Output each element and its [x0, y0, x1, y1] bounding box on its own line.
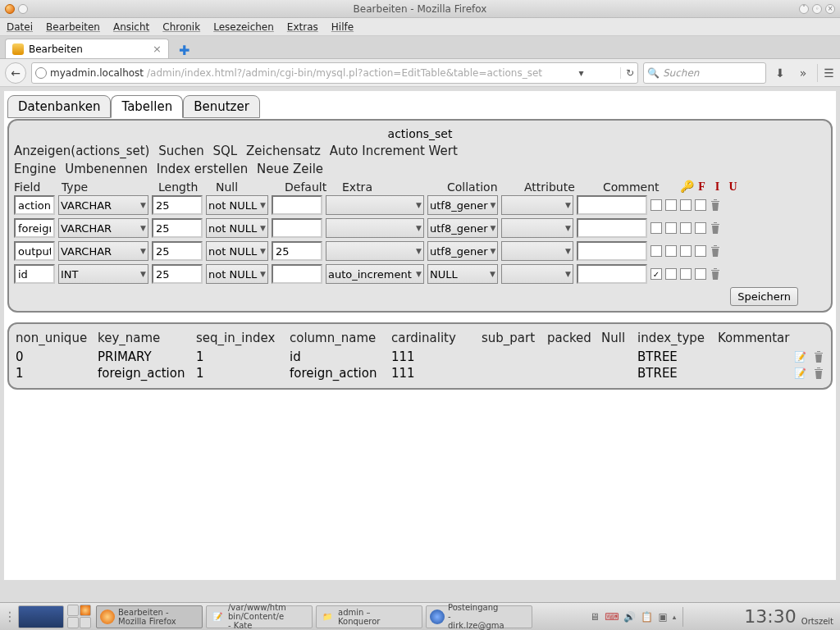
- primary-key-checkbox[interactable]: [651, 245, 662, 257]
- delete-row-icon[interactable]: [710, 244, 721, 258]
- link-zeichensatz[interactable]: Zeichensatz: [246, 144, 321, 158]
- attribute-select[interactable]: ▼: [501, 264, 573, 284]
- extra-select[interactable]: ▼: [326, 241, 424, 261]
- task-konqueror[interactable]: 📁 admin – Konqueror: [316, 605, 422, 628]
- unique-checkbox[interactable]: [695, 268, 706, 280]
- index-checkbox[interactable]: [680, 245, 692, 257]
- desktop-pager[interactable]: [18, 605, 64, 628]
- collation-select[interactable]: utf8_gener▼: [427, 195, 498, 215]
- edit-index-icon[interactable]: 📝: [794, 368, 806, 379]
- window-minimize-icon[interactable]: ˅: [799, 4, 809, 14]
- downloads-icon[interactable]: ⬇: [771, 64, 789, 82]
- url-bar[interactable]: myadmin.localhost/admin/index.html?/admi…: [31, 62, 638, 84]
- tab-close-icon[interactable]: ×: [153, 43, 162, 55]
- ql-icon-3[interactable]: [67, 617, 79, 628]
- length-input[interactable]: [152, 264, 203, 284]
- extra-select[interactable]: ▼: [326, 195, 424, 215]
- delete-index-icon[interactable]: [813, 350, 824, 363]
- field-name-input[interactable]: [14, 195, 55, 215]
- extra-select[interactable]: auto_increment▼: [326, 264, 424, 284]
- menu-datei[interactable]: Datei: [7, 21, 33, 33]
- null-select[interactable]: not NULL▼: [206, 264, 268, 284]
- tab-datenbanken[interactable]: Datenbanken: [7, 95, 111, 118]
- ql-firefox-icon[interactable]: [80, 605, 91, 616]
- back-button[interactable]: ←: [5, 62, 26, 84]
- fulltext-checkbox[interactable]: [665, 268, 677, 280]
- window-maximize-icon[interactable]: ◦: [812, 4, 822, 14]
- tray-icon-5[interactable]: ▣: [658, 611, 667, 623]
- search-box[interactable]: 🔍 Suchen: [643, 62, 766, 84]
- new-tab-button[interactable]: ✚: [174, 43, 194, 58]
- extra-select[interactable]: ▼: [326, 218, 424, 238]
- delete-row-icon[interactable]: [710, 221, 721, 235]
- comment-input[interactable]: [577, 264, 647, 284]
- tray-icon-4[interactable]: 📋: [641, 611, 653, 623]
- field-name-input[interactable]: [14, 264, 55, 284]
- overflow-icon[interactable]: »: [794, 64, 812, 82]
- attribute-select[interactable]: ▼: [501, 241, 573, 261]
- length-input[interactable]: [152, 218, 203, 238]
- menu-extras[interactable]: Extras: [287, 21, 318, 33]
- null-select[interactable]: not NULL▼: [206, 241, 268, 261]
- length-input[interactable]: [152, 241, 203, 261]
- tray-icon-1[interactable]: 🖥: [590, 611, 600, 623]
- link-engine[interactable]: Engine: [14, 162, 56, 176]
- tray-keyboard-icon[interactable]: ⌨: [605, 611, 619, 623]
- menu-lesezeichen[interactable]: Lesezeichen: [213, 21, 274, 33]
- default-input[interactable]: [272, 218, 322, 238]
- primary-key-checkbox[interactable]: [651, 199, 662, 211]
- menu-chronik[interactable]: Chronik: [162, 21, 200, 33]
- tray-expand-icon[interactable]: ▴: [673, 613, 677, 621]
- taskbar-clock[interactable]: 13:30 Ortszeit: [744, 608, 837, 626]
- link-autoincrement[interactable]: Auto Increment Wert: [330, 144, 458, 158]
- default-input[interactable]: [272, 195, 322, 215]
- null-select[interactable]: not NULL▼: [206, 218, 268, 238]
- primary-key-checkbox[interactable]: [651, 222, 662, 234]
- type-select[interactable]: INT▼: [58, 264, 148, 284]
- task-thunderbird[interactable]: Posteingang - dirk.lze@gma: [426, 605, 532, 628]
- default-input[interactable]: [272, 241, 322, 261]
- attribute-select[interactable]: ▼: [501, 218, 573, 238]
- fulltext-checkbox[interactable]: [665, 245, 677, 257]
- field-name-input[interactable]: [14, 218, 55, 238]
- browser-tab[interactable]: Bearbeiten ×: [5, 39, 169, 58]
- menu-bearbeiten[interactable]: Bearbeiten: [46, 21, 100, 33]
- tab-tabellen[interactable]: Tabellen: [111, 95, 183, 118]
- collation-select[interactable]: utf8_gener▼: [427, 218, 498, 238]
- save-button[interactable]: Speichern: [730, 287, 798, 306]
- taskbar-grip-icon[interactable]: ⋮: [3, 609, 15, 624]
- delete-row-icon[interactable]: [710, 267, 721, 281]
- link-sql[interactable]: SQL: [213, 144, 238, 158]
- null-select[interactable]: not NULL▼: [206, 195, 268, 215]
- unique-checkbox[interactable]: [695, 245, 706, 257]
- reload-icon[interactable]: ↻: [620, 67, 634, 79]
- comment-input[interactable]: [577, 241, 647, 261]
- index-checkbox[interactable]: [680, 268, 692, 280]
- tray-volume-icon[interactable]: 🔊: [623, 611, 636, 623]
- index-checkbox[interactable]: [680, 199, 692, 211]
- link-suchen[interactable]: Suchen: [158, 144, 204, 158]
- comment-input[interactable]: [577, 195, 647, 215]
- type-select[interactable]: VARCHAR▼: [58, 195, 148, 215]
- link-neue-zeile[interactable]: Neue Zeile: [257, 162, 323, 176]
- comment-input[interactable]: [577, 218, 647, 238]
- menu-ansicht[interactable]: Ansicht: [113, 21, 149, 33]
- menu-hilfe[interactable]: Hilfe: [331, 21, 354, 33]
- length-input[interactable]: [152, 195, 203, 215]
- unique-checkbox[interactable]: [695, 199, 706, 211]
- link-anzeigen[interactable]: Anzeigen(actions_set): [14, 144, 149, 158]
- link-umbenennen[interactable]: Umbenennen: [65, 162, 148, 176]
- collation-select[interactable]: NULL▼: [427, 264, 498, 284]
- index-checkbox[interactable]: [680, 222, 692, 234]
- delete-index-icon[interactable]: [813, 367, 824, 380]
- default-input[interactable]: [272, 264, 322, 284]
- ql-icon-4[interactable]: [80, 617, 91, 628]
- dropdown-icon[interactable]: ▾: [578, 67, 583, 79]
- type-select[interactable]: VARCHAR▼: [58, 218, 148, 238]
- edit-index-icon[interactable]: 📝: [794, 351, 806, 363]
- fulltext-checkbox[interactable]: [665, 222, 677, 234]
- fulltext-checkbox[interactable]: [665, 199, 677, 211]
- window-close-icon[interactable]: ×: [825, 4, 835, 14]
- type-select[interactable]: VARCHAR▼: [58, 241, 148, 261]
- menu-icon[interactable]: ☰: [817, 64, 835, 82]
